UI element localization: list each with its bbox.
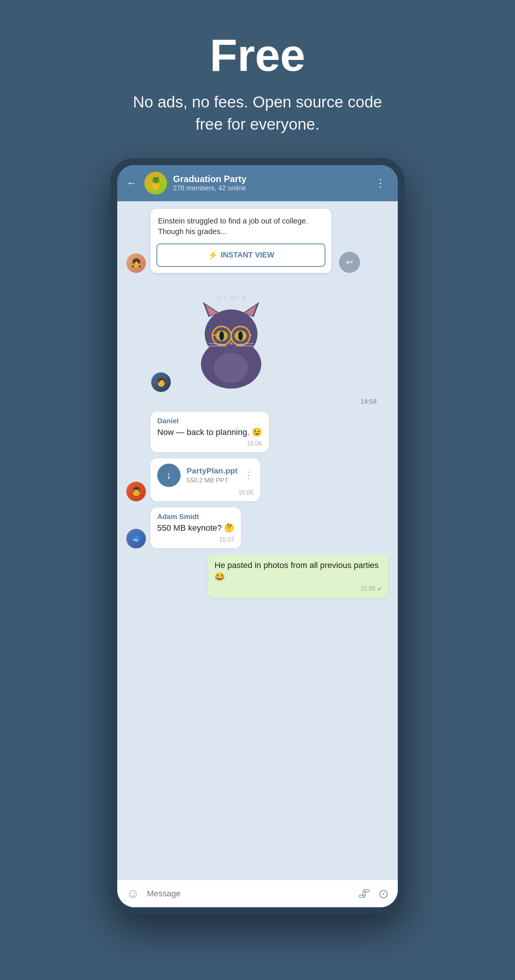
own-message-bubble: He pasted in photos from all previous pa… (208, 554, 389, 598)
group-name: Graduation Party (173, 174, 366, 184)
instant-view-label: INSTANT VIEW (221, 251, 274, 259)
bubble-text: He pasted in photos from all previous pa… (215, 560, 382, 583)
avatar-placeholder (126, 433, 146, 452)
bubble-sender: Daniel (157, 417, 262, 425)
bubble-time: 15:06 (157, 440, 262, 447)
message-row: 👧 Einstein struggled to find a job out o… (126, 209, 389, 273)
message-row: Daniel Now — back to planning. 😉 15:06 (126, 412, 389, 453)
message-row: 🧢 Adam Smidt 550 MB keynote? 🤔 15:07 (126, 508, 389, 549)
avatar-emoji: 🧑 (156, 377, 166, 387)
svg-point-18 (214, 353, 248, 383)
file-more-button[interactable]: ⋮ (244, 469, 254, 481)
file-info: PartyPlan.ppt 550.2 MB PPT (187, 466, 238, 484)
sticker-time-row: 14:58 (126, 396, 389, 406)
input-bar: ☺ 🖇 ⊙ (117, 880, 398, 907)
bubble-time: 15:08 ✓ (215, 585, 382, 592)
message-bubble: Adam Smidt 550 MB keynote? 🤔 15:07 (150, 508, 241, 549)
phone-screen: ← 🍍 Graduation Party 278 members, 42 onl… (117, 165, 398, 907)
bubble-text: Now — back to planning. 😉 (157, 427, 262, 438)
avatar: 👧 (126, 253, 146, 273)
back-button[interactable]: ← (126, 177, 137, 189)
download-button[interactable]: ↓ (157, 464, 180, 487)
flash-icon: ⚡ (208, 250, 218, 260)
share-button[interactable]: ↩ (339, 252, 360, 273)
own-message-row: He pasted in photos from all previous pa… (126, 554, 389, 598)
group-avatar-emoji: 🍍 (149, 177, 163, 189)
bubble-time: 15:07 (157, 536, 234, 543)
file-bubble: ↓ PartyPlan.ppt 550.2 MB PPT ⋮ 15:06 (150, 458, 260, 501)
message-input[interactable] (147, 889, 350, 899)
hero-subtitle: No ads, no fees. Open source code free f… (126, 91, 389, 136)
check-icon: ✓ (377, 585, 382, 592)
message-row: 👨 ↓ PartyPlan.ppt 550.2 MB PPT ⋮ (126, 458, 389, 501)
file-row: ↓ PartyPlan.ppt 550.2 MB PPT ⋮ (157, 464, 254, 487)
hero-section: Free No ads, no fees. Open source code f… (110, 0, 405, 158)
svg-point-12 (238, 331, 243, 340)
emoji-icon[interactable]: ☺ (126, 886, 139, 901)
more-button[interactable]: ⋮ (372, 174, 389, 192)
download-icon: ↓ (166, 469, 172, 481)
avatar: 🧢 (126, 529, 146, 549)
chat-body: 👧 Einstein struggled to find a job out o… (117, 201, 398, 880)
avatar-emoji: 👨 (131, 487, 141, 496)
chat-header: ← 🍍 Graduation Party 278 members, 42 onl… (117, 165, 398, 201)
article-card: Einstein struggled to find a job out of … (150, 209, 332, 273)
group-members: 278 members, 42 online (173, 184, 366, 192)
bubble-text: 550 MB keynote? 🤔 (157, 522, 234, 534)
attach-icon[interactable]: 🖇 (358, 886, 371, 901)
camera-icon[interactable]: ⊙ (378, 886, 389, 901)
file-name: PartyPlan.ppt (187, 466, 238, 475)
message-bubble: Daniel Now — back to planning. 😉 15:06 (150, 412, 269, 453)
cat-sticker (186, 293, 276, 392)
avatar-emoji: 🧢 (131, 534, 141, 544)
sticker-container: A = πr² θ V = l² P = 2πr A = πr² s = √r²… (171, 279, 292, 392)
avatar: 🧑 (151, 372, 171, 392)
bubble-time: 15:06 (157, 489, 254, 496)
article-text: Einstein struggled to find a job out of … (150, 209, 332, 243)
group-info: Graduation Party 278 members, 42 online (173, 174, 366, 192)
file-size: 550.2 MB PPT (187, 477, 238, 484)
avatar: 👨 (126, 482, 146, 501)
phone-frame: ← 🍍 Graduation Party 278 members, 42 onl… (110, 158, 405, 914)
bubble-sender: Adam Smidt (157, 512, 234, 521)
sticker-row: 🧑 A = πr² θ V = l² P = 2πr A = πr² s = √… (126, 279, 389, 392)
svg-point-11 (219, 331, 224, 340)
sticker-time: 14:58 (360, 398, 376, 406)
group-avatar: 🍍 (144, 172, 167, 194)
instant-view-button[interactable]: ⚡ INSTANT VIEW (156, 243, 325, 267)
hero-title: Free (126, 30, 389, 80)
avatar-emoji: 👧 (131, 258, 141, 268)
share-icon: ↩ (346, 258, 353, 267)
